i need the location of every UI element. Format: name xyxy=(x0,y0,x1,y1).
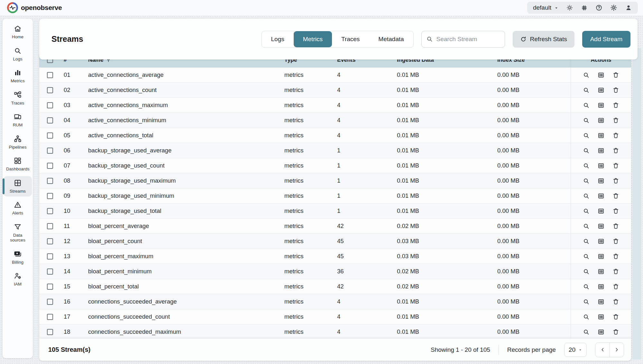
explore-stream-button[interactable] xyxy=(583,87,590,94)
row-checkbox[interactable] xyxy=(47,329,53,335)
sidebar-item-streams[interactable]: Streams xyxy=(4,176,32,197)
explore-stream-button[interactable] xyxy=(583,253,590,260)
delete-stream-button[interactable] xyxy=(612,223,619,230)
stream-details-button[interactable] xyxy=(598,177,604,184)
delete-stream-button[interactable] xyxy=(612,162,619,169)
sidebar-item-data-sources[interactable]: Data sources xyxy=(4,220,32,246)
row-checkbox[interactable] xyxy=(47,238,53,244)
delete-stream-button[interactable] xyxy=(612,193,619,199)
delete-stream-button[interactable] xyxy=(612,87,619,94)
delete-stream-button[interactable] xyxy=(612,208,619,214)
sidebar-item-rum[interactable]: RUM xyxy=(4,110,32,131)
row-checkbox[interactable] xyxy=(47,268,53,275)
sidebar-item-pipelines[interactable]: Pipelines xyxy=(4,132,32,153)
stream-details-button[interactable] xyxy=(598,238,604,245)
explore-stream-button[interactable] xyxy=(583,72,590,78)
page-size-select[interactable]: 20 xyxy=(564,343,587,357)
stream-details-button[interactable] xyxy=(598,223,604,230)
delete-stream-button[interactable] xyxy=(612,314,619,320)
explore-stream-button[interactable] xyxy=(583,102,590,109)
delete-stream-button[interactable] xyxy=(612,132,619,139)
explore-stream-button[interactable] xyxy=(583,268,590,275)
delete-stream-button[interactable] xyxy=(612,147,619,154)
stream-details-button[interactable] xyxy=(598,268,604,275)
tab-metrics[interactable]: Metrics xyxy=(294,31,332,47)
sidebar-item-logs[interactable]: Logs xyxy=(4,44,32,65)
delete-stream-button[interactable] xyxy=(612,102,619,109)
row-checkbox[interactable] xyxy=(47,102,53,108)
stream-details-button[interactable] xyxy=(598,162,604,169)
sidebar-item-alerts[interactable]: Alerts xyxy=(4,198,32,219)
delete-stream-button[interactable] xyxy=(612,238,619,245)
row-checkbox[interactable] xyxy=(47,314,53,320)
tab-metadata[interactable]: Metadata xyxy=(369,31,413,47)
row-checkbox[interactable] xyxy=(47,253,53,259)
org-selector[interactable]: default xyxy=(533,4,558,11)
stream-details-button[interactable] xyxy=(598,147,604,154)
explore-stream-button[interactable] xyxy=(583,208,590,214)
tab-logs[interactable]: Logs xyxy=(262,31,294,47)
row-checkbox[interactable] xyxy=(47,208,53,214)
theme-light-button[interactable] xyxy=(566,4,573,11)
stream-details-button[interactable] xyxy=(598,117,604,124)
sidebar-item-iam[interactable]: IAM xyxy=(4,269,32,290)
row-checkbox[interactable] xyxy=(47,132,53,139)
stream-details-button[interactable] xyxy=(598,329,604,335)
explore-stream-button[interactable] xyxy=(583,162,590,169)
delete-stream-button[interactable] xyxy=(612,253,619,260)
stream-details-button[interactable] xyxy=(598,102,604,109)
explore-stream-button[interactable] xyxy=(583,283,590,290)
next-page-button[interactable] xyxy=(610,343,624,357)
delete-stream-button[interactable] xyxy=(612,177,619,184)
delete-stream-button[interactable] xyxy=(612,329,619,335)
explore-stream-button[interactable] xyxy=(583,329,590,335)
row-checkbox[interactable] xyxy=(47,223,53,229)
explore-stream-button[interactable] xyxy=(583,238,590,245)
stream-details-button[interactable] xyxy=(598,72,604,78)
explore-stream-button[interactable] xyxy=(583,223,590,230)
search-stream-input[interactable] xyxy=(436,36,500,43)
row-checkbox[interactable] xyxy=(47,284,53,290)
explore-stream-button[interactable] xyxy=(583,314,590,320)
stream-details-button[interactable] xyxy=(598,314,604,320)
explore-stream-button[interactable] xyxy=(583,117,590,124)
row-checkbox[interactable] xyxy=(47,148,53,154)
explore-stream-button[interactable] xyxy=(583,193,590,199)
slack-button[interactable] xyxy=(581,5,588,11)
delete-stream-button[interactable] xyxy=(612,72,619,78)
row-checkbox[interactable] xyxy=(47,117,53,123)
tab-traces[interactable]: Traces xyxy=(332,31,369,47)
sidebar-item-metrics[interactable]: Metrics xyxy=(4,66,32,86)
row-checkbox[interactable] xyxy=(47,299,53,305)
row-checkbox[interactable] xyxy=(47,163,53,169)
delete-stream-button[interactable] xyxy=(612,283,619,290)
stream-details-button[interactable] xyxy=(598,208,604,214)
stream-details-button[interactable] xyxy=(598,132,604,139)
sidebar-item-billing[interactable]: Billing xyxy=(4,247,32,268)
help-button[interactable] xyxy=(595,4,602,11)
sidebar-item-dashboards[interactable]: Dashboards xyxy=(4,154,32,175)
stream-details-button[interactable] xyxy=(598,283,604,290)
prev-page-button[interactable] xyxy=(595,343,610,357)
row-checkbox[interactable] xyxy=(47,87,53,93)
account-button[interactable] xyxy=(625,4,632,11)
sidebar-item-home[interactable]: Home xyxy=(4,22,32,42)
explore-stream-button[interactable] xyxy=(583,298,590,305)
delete-stream-button[interactable] xyxy=(612,268,619,275)
row-checkbox[interactable] xyxy=(47,72,53,78)
delete-stream-button[interactable] xyxy=(612,298,619,305)
sidebar-item-traces[interactable]: Traces xyxy=(4,88,32,109)
stream-details-button[interactable] xyxy=(598,193,604,199)
explore-stream-button[interactable] xyxy=(583,147,590,154)
row-checkbox[interactable] xyxy=(47,193,53,199)
delete-stream-button[interactable] xyxy=(612,117,619,124)
settings-button[interactable] xyxy=(610,4,617,11)
explore-stream-button[interactable] xyxy=(583,177,590,184)
refresh-stats-button[interactable]: Refresh Stats xyxy=(513,31,574,48)
add-stream-button[interactable]: Add Stream xyxy=(582,31,630,48)
stream-details-button[interactable] xyxy=(598,253,604,260)
stream-details-button[interactable] xyxy=(598,298,604,305)
row-checkbox[interactable] xyxy=(47,178,53,184)
stream-details-button[interactable] xyxy=(598,87,604,94)
explore-stream-button[interactable] xyxy=(583,132,590,139)
